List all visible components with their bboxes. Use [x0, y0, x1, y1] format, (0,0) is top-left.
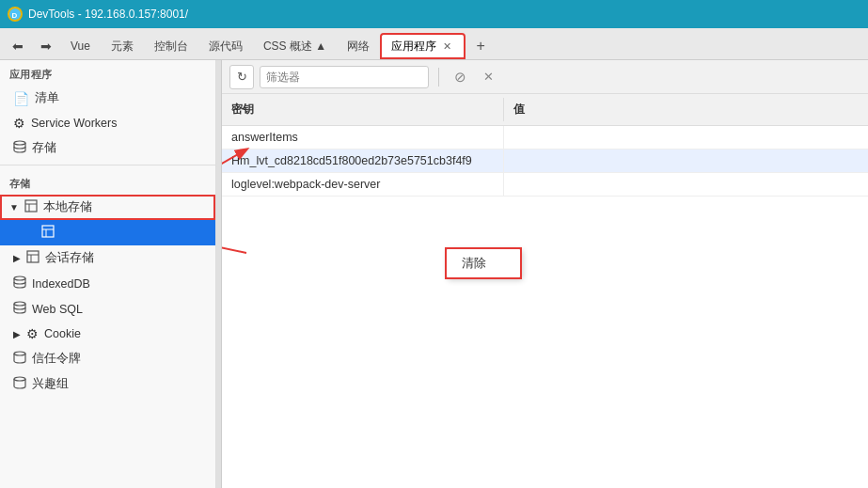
table-header: 密钥 值: [222, 94, 868, 126]
svg-rect-9: [27, 251, 39, 262]
svg-point-12: [14, 276, 25, 280]
row-key-1: Hm_lvt_cd8218cd51f800ed2b73e5751cb3f4f9: [222, 150, 504, 172]
context-menu-clear[interactable]: 清除: [447, 249, 520, 277]
session-storage-arrow: ▶: [13, 253, 21, 263]
table-row[interactable]: loglevel:webpack-dev-server: [222, 173, 868, 197]
filter-separator: [438, 68, 439, 87]
devtools-icon: D: [8, 7, 23, 22]
context-menu: 清除: [446, 248, 521, 278]
local-storage-label: 本地存储: [43, 199, 92, 215]
local-storage-child-icon: [41, 225, 55, 241]
storage-overview-label: 存储: [32, 140, 56, 156]
section-app-header: 应用程序: [0, 60, 215, 86]
col-header-key: 密钥: [222, 98, 504, 121]
cookie-icon: ⚙: [26, 326, 39, 341]
manifest-icon: 📄: [13, 91, 29, 106]
tab-application-close[interactable]: ✕: [440, 39, 454, 54]
row-key-2: loglevel:webpack-dev-server: [222, 173, 504, 196]
title-text: DevTools - 192.168.0.157:8001/: [28, 8, 188, 21]
indexed-db-label: IndexedDB: [32, 277, 90, 291]
sidebar-item-storage-overview[interactable]: 存储: [0, 135, 215, 161]
filter-input[interactable]: [260, 66, 429, 88]
col-header-value: 值: [504, 98, 868, 121]
row-value-1: [504, 150, 868, 172]
tab-elements[interactable]: 元素: [101, 33, 144, 59]
section-divider: [0, 165, 215, 165]
data-table: 密钥 值 answerItems Hm_lvt_cd8218cd51f800ed…: [222, 94, 868, 488]
tab-console[interactable]: 控制台: [144, 33, 198, 59]
web-sql-icon: [13, 301, 26, 317]
svg-point-2: [14, 141, 25, 145]
storage-icon: [13, 140, 26, 156]
svg-point-13: [14, 302, 25, 306]
sidebar-item-session-storage[interactable]: ▶ 会话存储: [0, 245, 215, 271]
cookie-label: Cookie: [44, 327, 81, 340]
sidebar-item-trust-tokens[interactable]: 信任令牌: [0, 346, 215, 371]
clear-filter-icon: ⊘: [454, 69, 466, 86]
local-storage-icon: [24, 199, 38, 215]
sidebar-item-interest-groups[interactable]: 兴趣组: [0, 371, 215, 397]
session-storage-icon: [26, 250, 39, 266]
svg-text:D: D: [12, 11, 18, 20]
svg-rect-3: [25, 200, 37, 212]
tab-nav-forward[interactable]: ➡: [32, 33, 60, 59]
sidebar-item-web-sql[interactable]: Web SQL: [0, 296, 215, 322]
trust-tokens-icon: [13, 351, 26, 367]
clear-filter-button[interactable]: ⊘: [449, 66, 471, 88]
svg-point-14: [14, 352, 25, 355]
trust-tokens-label: 信任令牌: [32, 351, 81, 367]
table-row[interactable]: answerItems: [222, 126, 868, 150]
tab-css[interactable]: CSS 概述 ▲: [253, 33, 337, 59]
interest-groups-icon: [13, 376, 26, 392]
sidebar-item-cookie[interactable]: ▶ ⚙ Cookie: [0, 322, 215, 346]
service-workers-icon: ⚙: [13, 116, 25, 131]
tab-application[interactable]: 应用程序 ✕: [380, 33, 466, 59]
local-storage-arrow: ▼: [9, 202, 19, 213]
title-bar: D DevTools - 192.168.0.157:8001/: [0, 0, 868, 28]
refresh-icon: ↻: [237, 70, 247, 84]
interest-groups-label: 兴趣组: [32, 376, 69, 392]
sidebar-item-indexed-db[interactable]: IndexedDB: [0, 271, 215, 296]
sidebar-item-local-storage[interactable]: ▼ 本地存储: [0, 195, 215, 220]
row-key-0: answerItems: [222, 126, 504, 149]
row-value-0: [504, 126, 868, 149]
delete-button[interactable]: ✕: [477, 66, 499, 88]
cookie-arrow: ▶: [13, 329, 21, 339]
web-sql-label: Web SQL: [32, 303, 83, 316]
tab-bar: ⬅ ➡ Vue 元素 控制台 源代码 CSS 概述 ▲ 网络 应用程序 ✕ +: [0, 28, 868, 60]
tab-sources[interactable]: 源代码: [198, 33, 253, 59]
service-workers-label: Service Workers: [31, 117, 117, 130]
main-layout: 应用程序 📄 清单 ⚙ Service Workers 存储 存储 ▼: [0, 60, 868, 488]
row-value-2: [504, 173, 868, 196]
right-panel: ↻ ⊘ ✕ 密钥 值 answerItems Hm_lvt: [222, 60, 868, 488]
sidebar-item-manifest[interactable]: 📄 清单: [0, 86, 215, 111]
manifest-label: 清单: [35, 90, 59, 106]
left-panel: 应用程序 📄 清单 ⚙ Service Workers 存储 存储 ▼: [0, 60, 216, 488]
indexed-db-icon: [13, 275, 26, 291]
delete-icon: ✕: [483, 70, 494, 84]
svg-point-15: [14, 377, 25, 381]
tab-nav-back[interactable]: ⬅: [4, 33, 32, 59]
session-storage-label: 会话存储: [45, 250, 94, 266]
refresh-button[interactable]: ↻: [229, 65, 254, 89]
sidebar-item-local-storage-child[interactable]: [0, 220, 215, 245]
tab-vue[interactable]: Vue: [60, 33, 101, 59]
tab-add-button[interactable]: +: [467, 33, 494, 59]
svg-rect-6: [42, 226, 54, 237]
table-row[interactable]: Hm_lvt_cd8218cd51f800ed2b73e5751cb3f4f9: [222, 150, 868, 173]
filter-bar: ↻ ⊘ ✕: [222, 60, 868, 94]
local-storage-container: ▼ 本地存储: [0, 195, 215, 220]
section-storage-header: 存储: [0, 169, 215, 195]
sidebar-item-service-workers[interactable]: ⚙ Service Workers: [0, 111, 215, 135]
tab-application-label: 应用程序: [391, 39, 436, 55]
tab-network[interactable]: 网络: [337, 33, 380, 59]
